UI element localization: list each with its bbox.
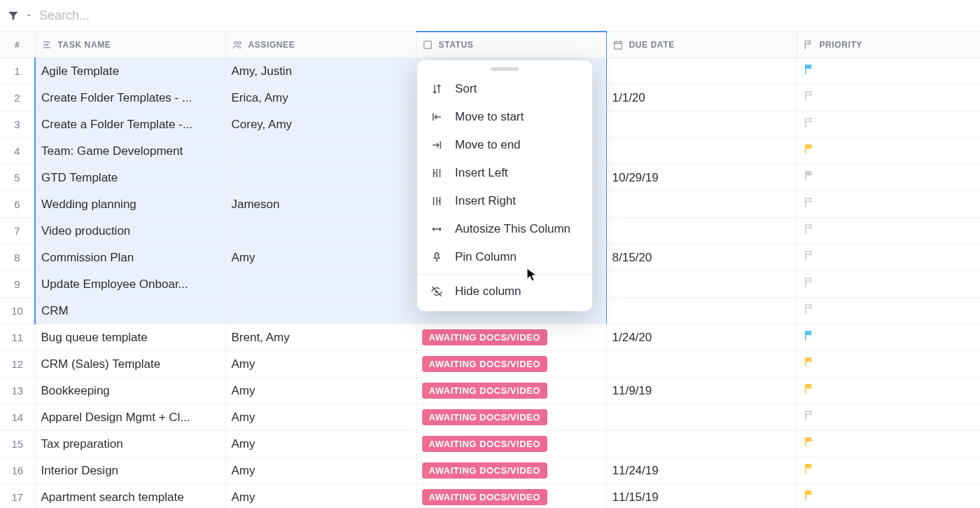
assignee-cell[interactable]: Amy — [225, 404, 416, 431]
assignee-cell[interactable]: Brent, Amy — [225, 324, 416, 351]
task-name-cell[interactable]: Apparel Design Mgmt + Cl... — [35, 404, 225, 431]
status-cell[interactable]: AWAITING DOCS/VIDEO — [416, 458, 606, 484]
status-cell[interactable]: AWAITING DOCS/VIDEO — [416, 431, 606, 458]
assignee-cell[interactable] — [225, 138, 416, 165]
assignee-cell[interactable]: Erica, Amy — [225, 85, 416, 111]
task-name-cell[interactable]: CRM (Sales) Template — [35, 351, 225, 378]
task-name-cell[interactable]: Apartment search template — [35, 484, 225, 509]
due-date-cell[interactable] — [606, 271, 797, 298]
task-name-cell[interactable]: Update Employee Onboar... — [35, 271, 225, 298]
priority-cell[interactable] — [797, 378, 980, 404]
task-name-cell[interactable]: Create Folder Templates - ... — [35, 85, 225, 111]
due-date-cell[interactable] — [606, 111, 797, 138]
menu-hide-column[interactable]: Hide column — [417, 277, 592, 306]
priority-cell[interactable] — [797, 484, 980, 509]
table-row[interactable]: 12CRM (Sales) TemplateAmyAWAITING DOCS/V… — [0, 351, 980, 378]
menu-autosize[interactable]: Autosize This Column — [417, 215, 592, 243]
priority-cell[interactable] — [797, 431, 980, 458]
assignee-cell[interactable]: Amy — [225, 351, 416, 378]
due-date-cell[interactable] — [606, 404, 797, 431]
priority-cell[interactable] — [797, 58, 980, 85]
filter-icon[interactable] — [7, 9, 20, 22]
assignee-cell[interactable]: Amy — [225, 431, 416, 458]
due-date-cell[interactable]: 10/29/19 — [606, 165, 797, 191]
search-input[interactable] — [39, 8, 973, 23]
priority-cell[interactable] — [797, 111, 980, 138]
assignee-cell[interactable]: Corey, Amy — [225, 111, 416, 138]
menu-insert-right[interactable]: Insert Right — [417, 187, 592, 215]
task-name-cell[interactable]: Agile Template — [35, 58, 225, 85]
assignee-cell[interactable] — [225, 218, 416, 245]
task-name-cell[interactable]: Commission Plan — [35, 245, 225, 271]
priority-cell[interactable] — [797, 324, 980, 351]
task-name-cell[interactable]: Team: Game Development — [35, 138, 225, 165]
header-status[interactable]: STATUS — [416, 32, 606, 58]
assignee-cell[interactable] — [225, 165, 416, 191]
header-due-date[interactable]: DUE DATE — [606, 32, 797, 58]
due-date-cell[interactable] — [606, 298, 797, 324]
status-cell[interactable]: AWAITING DOCS/VIDEO — [416, 324, 606, 351]
priority-cell[interactable] — [797, 271, 980, 298]
menu-pin-column[interactable]: Pin Column — [417, 243, 592, 271]
assignee-cell[interactable]: Jameson — [225, 191, 416, 218]
priority-cell[interactable] — [797, 165, 980, 191]
header-assignee[interactable]: ASSIGNEE — [225, 32, 416, 58]
task-name-cell[interactable]: Bookkeeping — [35, 378, 225, 404]
task-name-cell[interactable]: Bug queue template — [35, 324, 225, 351]
due-date-cell[interactable]: 11/15/19 — [606, 484, 797, 509]
task-name-cell[interactable]: GTD Template — [35, 165, 225, 191]
priority-cell[interactable] — [797, 404, 980, 431]
menu-sort[interactable]: Sort — [417, 75, 592, 103]
status-cell[interactable]: AWAITING DOCS/VIDEO — [416, 378, 606, 404]
header-priority[interactable]: PRIORITY — [797, 32, 980, 58]
due-date-cell[interactable] — [606, 191, 797, 218]
priority-cell[interactable] — [797, 218, 980, 245]
table-row[interactable]: 17Apartment search templateAmyAWAITING D… — [0, 484, 980, 509]
menu-insert-left[interactable]: Insert Left — [417, 159, 592, 187]
task-name-cell[interactable]: CRM — [35, 298, 225, 324]
due-date-cell[interactable]: 8/15/20 — [606, 245, 797, 271]
due-date-cell[interactable] — [606, 218, 797, 245]
menu-move-start[interactable]: Move to start — [417, 103, 592, 131]
priority-cell[interactable] — [797, 351, 980, 378]
assignee-cell[interactable] — [225, 298, 416, 324]
header-task-name[interactable]: TASK NAME — [35, 32, 225, 58]
assignee-cell[interactable]: Amy — [225, 378, 416, 404]
caret-down-icon[interactable] — [25, 12, 32, 19]
assignee-cell[interactable]: Amy — [225, 458, 416, 484]
status-cell[interactable]: AWAITING DOCS/VIDEO — [416, 404, 606, 431]
table-row[interactable]: 14Apparel Design Mgmt + Cl...AmyAWAITING… — [0, 404, 980, 431]
priority-cell[interactable] — [797, 458, 980, 484]
drag-handle[interactable] — [491, 67, 519, 71]
table-row[interactable]: 16Interior DesignAmyAWAITING DOCS/VIDEO1… — [0, 458, 980, 484]
priority-cell[interactable] — [797, 191, 980, 218]
due-date-cell[interactable]: 11/9/19 — [606, 378, 797, 404]
priority-cell[interactable] — [797, 298, 980, 324]
table-row[interactable]: 13BookkeepingAmyAWAITING DOCS/VIDEO11/9/… — [0, 378, 980, 404]
task-name-cell[interactable]: Video production — [35, 218, 225, 245]
due-date-cell[interactable]: 11/24/19 — [606, 458, 797, 484]
task-name-cell[interactable]: Wedding planning — [35, 191, 225, 218]
status-cell[interactable]: AWAITING DOCS/VIDEO — [416, 351, 606, 378]
priority-cell[interactable] — [797, 85, 980, 111]
due-date-cell[interactable] — [606, 431, 797, 458]
table-row[interactable]: 11Bug queue templateBrent, AmyAWAITING D… — [0, 324, 980, 351]
menu-move-end[interactable]: Move to end — [417, 131, 592, 159]
due-date-cell[interactable] — [606, 138, 797, 165]
table-row[interactable]: 15Tax preparationAmyAWAITING DOCS/VIDEO — [0, 431, 980, 458]
status-cell[interactable]: AWAITING DOCS/VIDEO — [416, 484, 606, 509]
priority-cell[interactable] — [797, 245, 980, 271]
assignee-cell[interactable]: Amy — [225, 484, 416, 509]
due-date-cell[interactable] — [606, 58, 797, 85]
assignee-cell[interactable]: Amy, Justin — [225, 58, 416, 85]
task-name-cell[interactable]: Create a Folder Template -... — [35, 111, 225, 138]
assignee-cell[interactable] — [225, 271, 416, 298]
task-name-cell[interactable]: Interior Design — [35, 458, 225, 484]
due-date-cell[interactable]: 1/1/20 — [606, 85, 797, 111]
task-name-cell[interactable]: Tax preparation — [35, 431, 225, 458]
assignee-cell[interactable]: Amy — [225, 245, 416, 271]
due-date-cell[interactable]: 1/24/20 — [606, 324, 797, 351]
due-date-cell[interactable] — [606, 351, 797, 378]
priority-cell[interactable] — [797, 138, 980, 165]
header-number[interactable]: # — [0, 32, 35, 58]
